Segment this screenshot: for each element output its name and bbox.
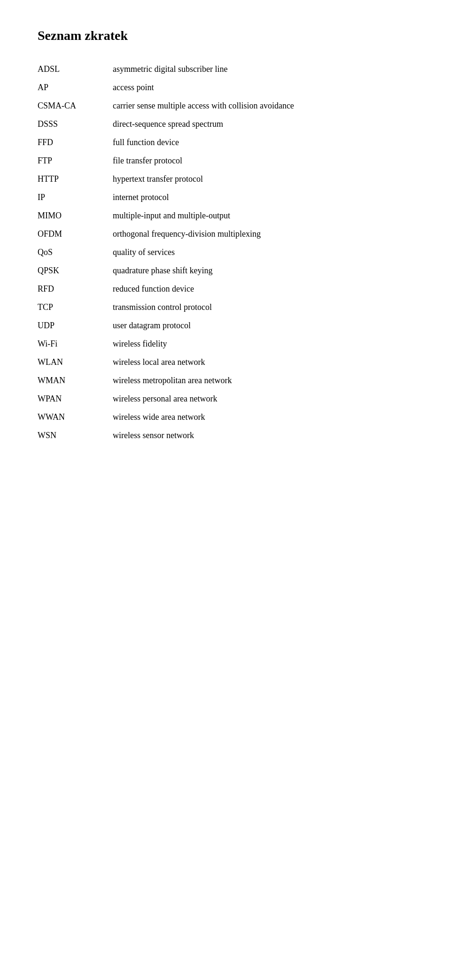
table-row: OFDMorthogonal frequency-division multip…	[38, 225, 413, 243]
table-row: MIMOmultiple-input and multiple-output	[38, 207, 413, 225]
abbreviation-definition: hypertext transfer protocol	[113, 170, 413, 188]
abbreviation-definition: quadrature phase shift keying	[113, 262, 413, 280]
table-row: DSSSdirect-sequence spread spectrum	[38, 115, 413, 133]
abbreviation-term: WPAN	[38, 390, 113, 408]
abbreviation-definition: reduced function device	[113, 280, 413, 298]
abbreviation-term: RFD	[38, 280, 113, 298]
abbreviation-definition: transmission control protocol	[113, 298, 413, 316]
table-row: RFDreduced function device	[38, 280, 413, 298]
abbreviation-term: QPSK	[38, 262, 113, 280]
table-row: CSMA-CAcarrier sense multiple access wit…	[38, 97, 413, 115]
abbreviation-definition: carrier sense multiple access with colli…	[113, 97, 413, 115]
table-row: WWANwireless wide area network	[38, 408, 413, 426]
table-row: IPinternet protocol	[38, 188, 413, 207]
abbreviation-term: FFD	[38, 133, 113, 152]
table-row: WSNwireless sensor network	[38, 426, 413, 445]
abbreviation-term: WSN	[38, 426, 113, 445]
table-row: WPANwireless personal area network	[38, 390, 413, 408]
abbreviation-definition: asymmetric digital subscriber line	[113, 60, 413, 78]
abbreviation-term: WMAN	[38, 371, 113, 390]
abbreviation-term: UDP	[38, 316, 113, 335]
abbreviation-definition: multiple-input and multiple-output	[113, 207, 413, 225]
abbreviation-term: WLAN	[38, 353, 113, 371]
abbreviation-definition: wireless sensor network	[113, 426, 413, 445]
abbreviation-term: OFDM	[38, 225, 113, 243]
page-wrapper: Seznam zkratek ADSLasymmetric digital su…	[38, 28, 413, 980]
abbreviation-term: TCP	[38, 298, 113, 316]
table-row: TCPtransmission control protocol	[38, 298, 413, 316]
abbreviation-definition: wireless fidelity	[113, 335, 413, 353]
table-row: APaccess point	[38, 78, 413, 97]
abbreviation-term: Wi-Fi	[38, 335, 113, 353]
table-row: QPSKquadrature phase shift keying	[38, 262, 413, 280]
abbreviation-definition: full function device	[113, 133, 413, 152]
abbreviation-term: WWAN	[38, 408, 113, 426]
abbreviation-definition: quality of services	[113, 243, 413, 262]
page-title: Seznam zkratek	[38, 28, 413, 43]
abbreviation-definition: wireless local area network	[113, 353, 413, 371]
table-row: FTPfile transfer protocol	[38, 152, 413, 170]
table-row: FFDfull function device	[38, 133, 413, 152]
abbreviation-term: DSSS	[38, 115, 113, 133]
abbreviation-term: MIMO	[38, 207, 113, 225]
abbreviation-definition: wireless metropolitan area network	[113, 371, 413, 390]
abbreviation-definition: direct-sequence spread spectrum	[113, 115, 413, 133]
abbreviation-definition: orthogonal frequency-division multiplexi…	[113, 225, 413, 243]
abbreviation-definition: file transfer protocol	[113, 152, 413, 170]
table-row: WMANwireless metropolitan area network	[38, 371, 413, 390]
abbreviation-term: AP	[38, 78, 113, 97]
abbreviation-term: HTTP	[38, 170, 113, 188]
abbreviation-definition: wireless personal area network	[113, 390, 413, 408]
table-row: Wi-Fiwireless fidelity	[38, 335, 413, 353]
abbreviation-definition: user datagram protocol	[113, 316, 413, 335]
table-row: WLANwireless local area network	[38, 353, 413, 371]
abbreviation-table: ADSLasymmetric digital subscriber lineAP…	[38, 60, 413, 445]
abbreviation-term: QoS	[38, 243, 113, 262]
abbreviation-definition: access point	[113, 78, 413, 97]
table-row: QoSquality of services	[38, 243, 413, 262]
abbreviation-term: ADSL	[38, 60, 113, 78]
table-row: ADSLasymmetric digital subscriber line	[38, 60, 413, 78]
abbreviation-term: IP	[38, 188, 113, 207]
table-row: UDPuser datagram protocol	[38, 316, 413, 335]
abbreviation-definition: wireless wide area network	[113, 408, 413, 426]
abbreviation-term: FTP	[38, 152, 113, 170]
table-row: HTTPhypertext transfer protocol	[38, 170, 413, 188]
abbreviation-definition: internet protocol	[113, 188, 413, 207]
abbreviation-term: CSMA-CA	[38, 97, 113, 115]
